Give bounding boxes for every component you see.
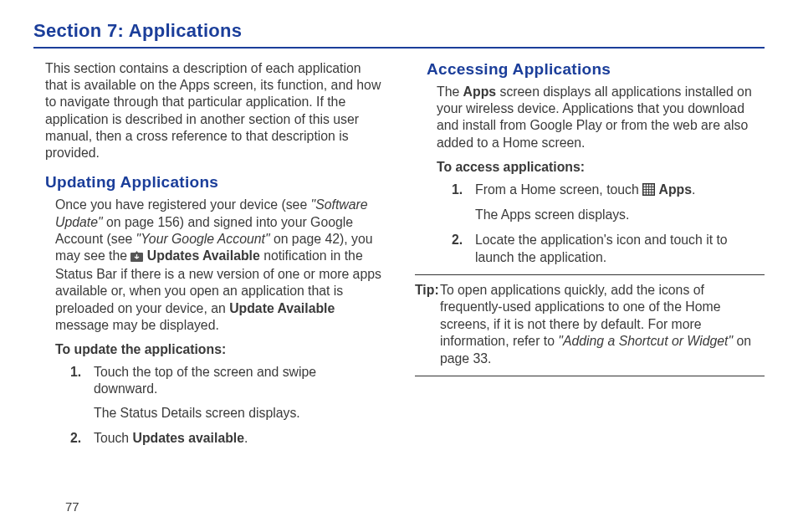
- svg-rect-2: [644, 184, 646, 186]
- accessing-apps-paragraph: The Apps screen displays all application…: [415, 84, 765, 151]
- left-column: This section contains a description of e…: [33, 60, 383, 455]
- content-columns: This section contains a description of e…: [33, 60, 765, 455]
- svg-rect-10: [644, 190, 646, 192]
- tip-rule-top: [415, 274, 765, 275]
- svg-rect-5: [652, 184, 654, 186]
- svg-rect-15: [647, 192, 648, 194]
- accessing-apps-heading: Accessing Applications: [415, 60, 765, 79]
- text-segment: The: [437, 84, 463, 99]
- svg-rect-4: [649, 184, 651, 186]
- svg-rect-8: [649, 187, 651, 189]
- svg-rect-12: [649, 190, 651, 192]
- tip-label: Tip:: [415, 282, 440, 368]
- list-item: 2. Locate the application's icon and tou…: [452, 232, 765, 265]
- page-number: 77: [65, 499, 79, 514]
- tip-block: Tip: To open applications quickly, add t…: [415, 282, 765, 368]
- updates-available-bold: Updates available: [133, 431, 244, 445]
- svg-rect-13: [652, 190, 654, 192]
- svg-rect-11: [647, 190, 648, 192]
- download-available-icon: [130, 249, 143, 266]
- step-number: 2.: [70, 430, 94, 447]
- list-item: 2. Touch Updates available.: [70, 430, 383, 447]
- updating-apps-heading: Updating Applications: [33, 173, 383, 192]
- step-text: .: [244, 431, 248, 445]
- step-text: .: [692, 182, 695, 197]
- update-steps-list: 1. Touch the top of the screen and swipe…: [33, 364, 383, 447]
- google-account-ref: "Your Google Account": [136, 232, 270, 246]
- updating-apps-paragraph: Once you have registered your device (se…: [33, 197, 383, 334]
- step-content: Locate the application's icon and touch …: [475, 232, 765, 265]
- step-content: Touch Updates available.: [94, 430, 383, 447]
- step-number: 1.: [70, 364, 94, 422]
- svg-rect-14: [644, 192, 646, 194]
- to-access-subtitle: To access applications:: [415, 160, 765, 175]
- tip-content: To open applications quickly, add the ic…: [440, 282, 765, 368]
- apps-bold: Apps: [463, 84, 497, 99]
- apps-grid-icon: [642, 183, 655, 200]
- step-number: 2.: [452, 232, 475, 265]
- step-text: Touch: [94, 431, 133, 445]
- shortcut-widget-ref: "Adding a Shortcut or Widget": [558, 334, 733, 348]
- step-number: 1.: [452, 182, 475, 223]
- access-steps-list: 1. From a Home screen, touch Apps. The A…: [415, 182, 765, 266]
- text-segment: Once you have registered your device (se…: [55, 197, 311, 212]
- right-column: Accessing Applications The Apps screen d…: [415, 60, 765, 455]
- svg-rect-3: [647, 184, 648, 186]
- page-title: Section 7: Applications: [33, 20, 765, 42]
- step-result: The Apps screen displays.: [475, 207, 765, 223]
- updates-available-label: Updates Available: [147, 248, 260, 263]
- list-item: 1. From a Home screen, touch Apps. The A…: [452, 182, 765, 223]
- step-content: Touch the top of the screen and swipe do…: [94, 364, 383, 422]
- title-underline: [33, 47, 765, 49]
- tip-rule-bottom: [415, 376, 765, 376]
- svg-rect-6: [644, 187, 646, 189]
- step-text: From a Home screen, touch: [475, 182, 642, 197]
- list-item: 1. Touch the top of the screen and swipe…: [70, 364, 383, 422]
- svg-rect-16: [649, 192, 651, 194]
- intro-paragraph: This section contains a description of e…: [33, 60, 383, 161]
- to-update-subtitle: To update the applications:: [33, 342, 383, 357]
- svg-rect-7: [647, 187, 648, 189]
- svg-rect-17: [652, 192, 654, 194]
- apps-label-bold: Apps: [659, 182, 693, 197]
- step-result: The Status Details screen displays.: [94, 405, 383, 422]
- text-segment: message may be displayed.: [55, 318, 219, 332]
- svg-rect-9: [652, 187, 654, 189]
- step-content: From a Home screen, touch Apps. The Apps…: [475, 182, 765, 223]
- update-available-label: Update Available: [229, 301, 335, 315]
- step-text: Touch the top of the screen and swipe do…: [94, 365, 316, 396]
